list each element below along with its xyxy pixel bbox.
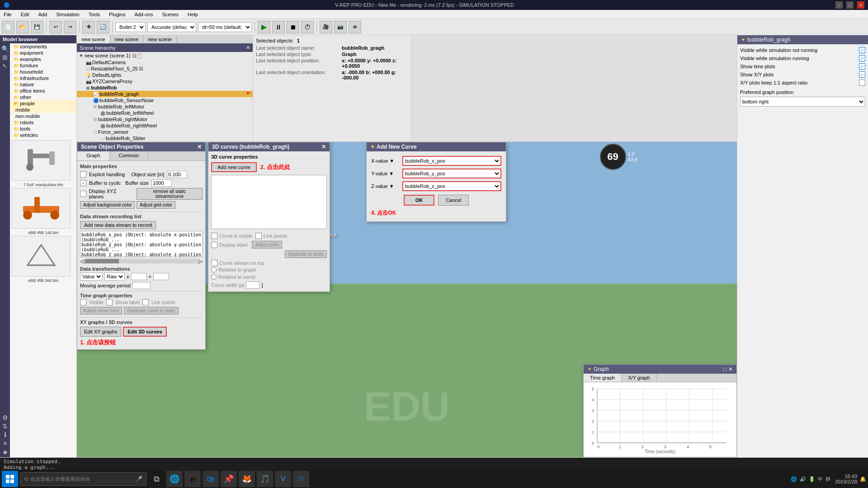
- tree-lights[interactable]: 💡 DefaultLights: [77, 72, 253, 78]
- rp-xy-plots-cb[interactable]: ✓: [859, 71, 865, 78]
- tree-xyzcamera[interactable]: 📷 XYZCameraProxy: [77, 78, 253, 84]
- taskbar-search[interactable]: ⊙ 在这里输入你要搜索的内容 🎤: [20, 472, 146, 486]
- sop-tab-common[interactable]: Common: [110, 151, 149, 160]
- pause-button[interactable]: ⏸: [272, 21, 285, 33]
- tree-vehicles[interactable]: 📁 vehicles: [10, 132, 76, 138]
- info-icon[interactable]: ℹ: [4, 431, 6, 438]
- start-button[interactable]: [2, 471, 18, 487]
- rp-vis-running-cb[interactable]: ✓: [859, 55, 865, 61]
- menu-file[interactable]: File: [2, 11, 14, 18]
- display-label-cb[interactable]: [211, 242, 217, 248]
- xyz-checkbox[interactable]: [80, 191, 86, 197]
- scroll-left[interactable]: ◁: [80, 258, 84, 264]
- tree-slider[interactable]: — bubbleRob_Slider: [77, 135, 253, 141]
- tree-leftmotor[interactable]: ⚙ bubbleRob_leftMotor: [77, 103, 253, 110]
- curve-always-cb[interactable]: [211, 260, 217, 266]
- minimize-button[interactable]: −: [835, 1, 843, 9]
- tree-tools[interactable]: 📁 tools: [10, 126, 76, 132]
- scene-tab-1[interactable]: new scene: [77, 35, 110, 43]
- menu-help[interactable]: Help: [186, 11, 200, 18]
- graph-resize[interactable]: □: [723, 366, 726, 372]
- tree-forcesensor[interactable]: ⬡ Force_sensor: [77, 129, 253, 135]
- tree-furniture[interactable]: 📁 furniture: [10, 62, 76, 69]
- curve-visible-cb[interactable]: [211, 233, 217, 239]
- offset-input[interactable]: [153, 273, 169, 280]
- toolbar-move[interactable]: ✥: [82, 21, 95, 33]
- x-factor-input[interactable]: [131, 273, 147, 280]
- adjust-curve-color-btn[interactable]: Adjust curve color: [80, 307, 122, 314]
- menu-scenes[interactable]: Scenes: [160, 11, 180, 18]
- tree-examples[interactable]: 📁 examples: [10, 56, 76, 62]
- realtime-button[interactable]: ⏱: [301, 21, 314, 33]
- toolbar-undo[interactable]: ↩: [49, 21, 62, 33]
- c3d-adjust-color[interactable]: Adjust color: [252, 241, 282, 249]
- anc-cancel-btn[interactable]: Cancel: [438, 195, 469, 206]
- close-button[interactable]: ✕: [857, 1, 864, 9]
- taskbar-app-store[interactable]: 🛍: [203, 471, 219, 487]
- tree-defaultcamera[interactable]: 📷 DefaultCamera: [77, 59, 253, 66]
- graph-tab-time[interactable]: Time graph: [584, 374, 622, 382]
- rp-xy-aspect-cb[interactable]: [859, 80, 865, 86]
- tree-sensornose[interactable]: 🔵 bubbleRob_SensorNose: [77, 97, 253, 103]
- edit-xy-btn[interactable]: Edit XY graphs: [80, 327, 121, 337]
- hierarchy-close[interactable]: ✕: [246, 45, 250, 51]
- rp-pref-pos-select[interactable]: bottom right: [740, 97, 865, 107]
- tree-equipment[interactable]: 📁 equipment: [10, 50, 76, 56]
- scene-tab-3[interactable]: new scene: [143, 35, 177, 43]
- notification-icon[interactable]: 🔔: [860, 476, 866, 482]
- raw-dropdown[interactable]: Raw: [104, 272, 125, 281]
- menu-tools[interactable]: Tools: [87, 11, 102, 18]
- anc-y-select[interactable]: bubbleRob_y_pos: [402, 169, 501, 178]
- taskbar-app-word[interactable]: W: [293, 471, 309, 487]
- taskbar-app-music[interactable]: 🎵: [257, 471, 273, 487]
- sop-tab-graph[interactable]: Graph: [77, 151, 110, 160]
- dt-dropdown[interactable]: dt=50 ms (default:: [198, 22, 252, 32]
- add-new-curve-btn[interactable]: Add new curve: [211, 162, 257, 172]
- obj-size-input[interactable]: [167, 171, 187, 178]
- stream-list[interactable]: bubbleRob_x_pos |Object: absolute x-posi…: [80, 231, 203, 257]
- c3d-close[interactable]: ✕: [321, 144, 326, 150]
- menu-plugins[interactable]: Plugins: [107, 11, 127, 18]
- settings-icon[interactable]: ⚙: [2, 414, 8, 421]
- scroll-track[interactable]: [85, 259, 198, 263]
- search-icon[interactable]: 🔍: [1, 45, 9, 52]
- relative-world-radio[interactable]: [211, 274, 217, 280]
- play-button[interactable]: ▶: [258, 21, 270, 33]
- tree-bubblerob-gragh[interactable]: 📈 bubbleRob_gragh 🚩: [77, 91, 253, 97]
- menu-add[interactable]: Add: [37, 11, 49, 18]
- battery-icon[interactable]: 🔋: [809, 476, 815, 482]
- task-view-btn[interactable]: ⧉: [148, 471, 165, 487]
- rp-vis-not-running-cb[interactable]: ✓: [859, 47, 865, 53]
- moving-avg-input[interactable]: [132, 282, 151, 289]
- rp-time-plots-cb[interactable]: ✓: [859, 63, 865, 70]
- network-icon[interactable]: 🌐: [791, 476, 797, 482]
- stop-button[interactable]: ⏹: [287, 21, 299, 33]
- curve-width-input[interactable]: [246, 282, 259, 289]
- dup-static-btn[interactable]: Duplicate curve to static: [124, 307, 178, 314]
- toolbar-redo[interactable]: ↪: [64, 21, 76, 33]
- taskbar-app-vrep[interactable]: V: [275, 471, 291, 487]
- toolbar-open[interactable]: 📂: [16, 21, 29, 33]
- menu-addons[interactable]: Add-ons: [132, 11, 155, 18]
- anc-z-select[interactable]: bubbleRob_z_pos: [402, 181, 501, 191]
- edit-3d-btn[interactable]: Edit 3D curves: [123, 327, 166, 337]
- taskbar-app-ie[interactable]: ℯ: [184, 471, 201, 487]
- menu-simulation[interactable]: Simulation: [54, 11, 81, 18]
- link-pts-cb[interactable]: [255, 233, 262, 239]
- tree-floor[interactable]: ▭ ResizableFloor_5_25 🖼: [77, 66, 253, 72]
- cam-btn1[interactable]: 🎥: [320, 21, 332, 33]
- tree-rightwheel[interactable]: ⬤ bubbleRob_rightWheel: [77, 122, 253, 129]
- value-dropdown[interactable]: Value: [80, 272, 103, 281]
- tree-infrastructure[interactable]: 📁 infrastructure: [10, 75, 76, 81]
- add-data-stream-btn[interactable]: Add new data stream to record: [80, 221, 156, 229]
- anc-x-select[interactable]: bubbleRob_x_pos: [402, 156, 501, 166]
- layers-icon[interactable]: ≡: [3, 440, 7, 447]
- scroll-right[interactable]: ▷: [198, 258, 203, 264]
- graph-close[interactable]: ✕: [728, 366, 733, 372]
- eye-btn[interactable]: 👁: [349, 21, 361, 33]
- relative-graph-radio[interactable]: [211, 267, 217, 272]
- cursor-icon[interactable]: ↖: [2, 62, 8, 70]
- anc-ok-btn[interactable]: OK: [404, 195, 435, 206]
- arrows-icon[interactable]: ⇅: [2, 422, 8, 430]
- taskbar-app-ff[interactable]: 🦊: [239, 471, 255, 487]
